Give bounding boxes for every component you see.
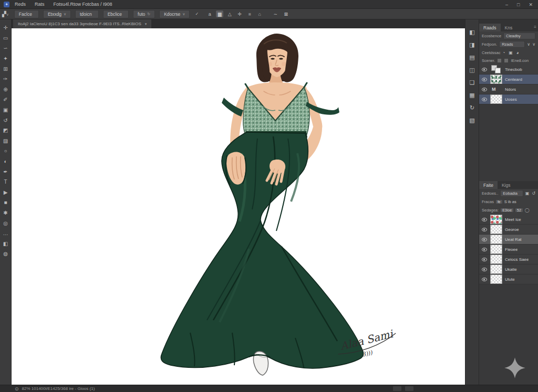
workspace-icon[interactable]: ⊠ [282,10,289,17]
layer-thumbnail[interactable] [490,94,502,104]
visibility-toggle[interactable] [481,248,488,251]
history-brush-tool[interactable]: ↺ [0,115,12,125]
visibility-toggle[interactable] [481,228,488,231]
options-button-2[interactable]: Etxxdg ∨ [43,10,71,18]
minimize-button[interactable]: – [505,2,508,7]
layer-thumbnail[interactable] [490,235,502,244]
visibility-toggle[interactable] [481,258,488,261]
panel-menu-icon[interactable]: ≡ [534,25,536,29]
path-select-tool[interactable]: ▶ [0,187,12,198]
home-icon[interactable]: ⌂ [256,10,263,17]
dock-panel-icon-8[interactable]: ▧ [467,116,478,125]
check-icon[interactable]: ✓ [195,12,199,16]
tab-faite[interactable]: Faite [479,181,498,189]
layer-thumbnail[interactable] [490,225,502,234]
tool-preset-icon[interactable]: ▞∨ [2,11,9,17]
dock-panel-icon-3[interactable]: ▤ [467,53,478,62]
pen-tool[interactable]: ✒ [0,166,12,177]
fill-box[interactable]: E3ioe [501,208,513,212]
fill-value-box[interactable]: 52 [515,208,523,212]
zoom-tool[interactable]: ◎ [0,218,12,228]
document-tab[interactable]: ItoAj2 IaClenoU 8)1C3 sen da33 3qmdieoe … [13,19,151,28]
tab-kns[interactable]: Kns [501,24,517,31]
hand-tool[interactable]: ✱ [0,208,12,218]
foreground-background-swatch[interactable]: ◧ [0,238,12,249]
layer-row[interactable]: Ueat Rat [479,235,538,245]
layer-row[interactable]: Ceiocs Saee [479,255,538,264]
zoom-indicator-icon[interactable]: ⊙ [15,386,19,391]
char-icon[interactable]: a [206,10,213,17]
gradient-tool[interactable]: ▨ [0,136,12,146]
menu-item[interactable]: Rats [35,2,45,7]
layer-thumbnail[interactable] [490,65,502,74]
close-button[interactable]: ✕ [529,2,533,7]
layer-thumbnail[interactable] [490,215,502,224]
circle-icon[interactable]: ◯ [525,208,530,213]
lock-icon-3[interactable]: ◕ [516,50,519,55]
warp-icon[interactable]: △ [226,10,233,17]
lasso-tool[interactable]: ∽ [0,43,12,54]
menu-item[interactable]: Reds [15,2,26,7]
layer-row[interactable]: Ulute [479,274,538,284]
crop-tool[interactable]: ⊞ [0,63,12,74]
clone-stamp-tool[interactable]: ▣ [0,105,12,115]
magic-wand-tool[interactable]: ✦ [0,54,12,64]
visibility-toggle[interactable] [481,218,488,221]
lines-icon[interactable]: ≡ [246,10,253,17]
visibility-toggle[interactable] [481,98,488,101]
tab-kigs[interactable]: Kigs [498,181,515,189]
edit-toolbar-button[interactable]: … [0,228,12,239]
brush-tool[interactable]: ✐ [0,94,12,105]
layer-row[interactable]: Georoe [479,225,538,235]
eyedropper-tool[interactable]: ✑ [0,74,12,84]
type-tool[interactable]: T [0,177,12,187]
dock-panel-icon-2[interactable]: ◨ [467,40,478,49]
tilde-icon[interactable]: ∼ [272,10,279,17]
visibility-toggle[interactable] [481,88,488,91]
dodge-tool[interactable]: ◐ [0,156,12,167]
layer-thumbnail[interactable] [490,75,502,84]
dock-panel-icon-7[interactable]: ↻ [467,103,478,112]
dock-panel-icon-6[interactable]: ▦ [467,91,478,100]
canvas[interactable]: Alaa Sami 3))) [12,28,465,385]
dock-panel-icon-4[interactable]: ◫ [467,66,478,75]
dock-panel-icon-5[interactable]: ❏ [467,78,478,87]
tab-raads[interactable]: Raads [479,24,501,31]
blend-mode-select[interactable]: Cleadby [503,33,535,39]
blur-tool[interactable]: ○ [0,146,12,156]
align-box-icon[interactable]: ▆ [216,10,223,17]
options-button-5[interactable]: futo ↻ [133,10,155,18]
options-button-3[interactable]: tdoicn [75,10,99,18]
visibility-toggle[interactable] [481,68,488,71]
kind-select[interactable]: Rzads [499,41,525,48]
visibility-toggle[interactable] [481,238,488,241]
layer-row[interactable]: Ndors [479,84,538,94]
layer-thumbnail[interactable] [490,274,502,284]
dock-panel-icon-1[interactable]: ◧ [467,28,478,37]
marquee-tool[interactable]: ▭ [0,33,12,44]
layer-row[interactable]: Ukatie [479,264,538,274]
status-button[interactable] [393,386,401,391]
chevron-down-icon[interactable]: ∨ [527,42,530,47]
maximize-button[interactable]: □ [517,2,520,7]
eraser-tool[interactable]: ◩ [0,125,12,136]
layer-row[interactable]: Meet Ice [479,215,538,225]
style-reset-icon[interactable]: ↺ [532,191,535,196]
layer-thumbnail[interactable] [490,245,502,254]
lock-icon-2[interactable]: ▣ [509,50,513,55]
visibility-toggle[interactable] [481,278,488,281]
opacity-box[interactable]: fe [496,200,502,204]
layer-row[interactable]: Fleoee [479,245,538,255]
layer-thumbnail[interactable] [490,264,502,274]
visibility-toggle[interactable] [481,78,488,81]
quick-mask-button[interactable]: ◍ [0,249,12,259]
style-lock-icon[interactable]: ▣ [525,191,530,196]
mode-select[interactable]: Kdocrse ∨ [159,10,190,18]
options-button-1[interactable]: Faclce [14,10,39,18]
menu-item[interactable]: Fotsu4l.Rtow Fotcbas / I908 [54,2,112,7]
options-button-4[interactable]: Ebclice [103,10,129,18]
layer-thumbnail[interactable] [490,255,502,264]
healing-brush-tool[interactable]: ⊕ [0,84,12,95]
layer-row[interactable]: Centeard [479,75,538,84]
distribute-icon[interactable]: ✛ [236,10,243,17]
